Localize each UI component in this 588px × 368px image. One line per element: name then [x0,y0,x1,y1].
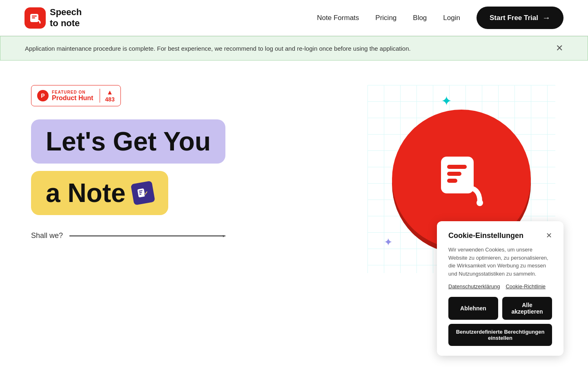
maintenance-banner: Application maintenance procedure is com… [0,36,588,61]
cookie-richtlinie-link[interactable]: Cookie-Richtlinie [506,283,546,289]
start-free-trial-button[interactable]: Start Free Trial → [477,7,564,29]
nav-blog[interactable]: Blog [413,14,427,22]
logo-icon [24,7,46,29]
upvote-arrow-icon: ▲ [107,89,113,96]
cta-arrow-line [69,236,225,236]
svg-point-11 [477,200,483,206]
headline-box-2: a Note [31,171,168,215]
svg-rect-1 [32,16,37,17]
svg-rect-2 [32,17,35,18]
headline-text-1: Let's Get You [46,127,211,156]
cookie-reject-button[interactable]: Ablehnen [448,297,498,320]
nav-pricing[interactable]: Pricing [375,14,396,22]
banner-close-button[interactable]: ✕ [556,43,563,54]
cta-line: Shall we? [31,231,225,240]
cookie-title: Cookie-Einstellungen [448,231,523,240]
cookie-accept-button[interactable]: Alle akzeptieren [502,297,552,320]
headline-box-1: Let's Get You [31,119,225,164]
note-pencil-icon [130,181,155,205]
cookie-custom-button[interactable]: Benutzerdefinierte Berechtigungen einste… [448,324,552,346]
logo[interactable]: Speech to note [24,7,82,29]
arrow-icon: → [542,13,550,22]
svg-rect-8 [447,165,467,169]
cookie-links: Datenschutzerklärung Cookie-Richtlinie [448,283,552,289]
product-hunt-text: FEATURED ON Product Hunt [52,90,93,102]
nav-note-formats[interactable]: Note Formats [317,14,359,22]
banner-text: Application maintenance procedure is com… [25,45,411,52]
navbar: Speech to note Note Formats Pricing Blog… [0,0,588,36]
nav-login[interactable]: Login [443,14,460,22]
sparkle-icon-1: ✦ [441,93,452,109]
hero-left: P FEATURED ON Product Hunt ▲ 483 Let's G… [31,85,225,240]
logo-text: Speech to note [50,7,82,29]
svg-rect-10 [447,179,457,183]
nav-links: Note Formats Pricing Blog Login Start Fr… [317,7,564,29]
datenschutz-link[interactable]: Datenschutzerklärung [448,283,500,289]
product-hunt-votes: ▲ 483 [100,89,114,103]
sparkle-icon-2: ✦ [384,236,393,249]
cookie-body-text: Wir verwenden Cookies, um unsere Website… [448,246,552,278]
svg-rect-9 [447,172,461,176]
cta-label: Shall we? [31,231,63,240]
cookie-close-button[interactable]: ✕ [546,231,552,240]
cookie-header: Cookie-Einstellungen ✕ [448,231,552,240]
headline-text-2: a Note [46,180,126,206]
product-hunt-logo: P [37,90,49,101]
product-hunt-badge[interactable]: P FEATURED ON Product Hunt ▲ 483 [31,85,121,106]
cookie-banner: Cookie-Einstellungen ✕ Wir verwenden Coo… [437,221,564,356]
cookie-buttons-row: Ablehnen Alle akzeptieren [448,297,552,320]
